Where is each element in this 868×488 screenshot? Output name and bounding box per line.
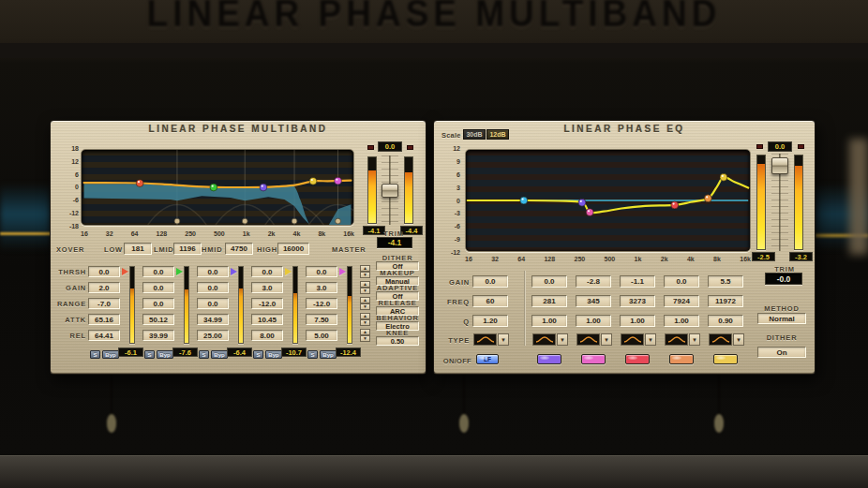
- fader-handle[interactable]: [771, 157, 788, 174]
- mb-band3-thresh-arrow[interactable]: [231, 268, 237, 275]
- mb-band4-thresh-arrow[interactable]: [285, 268, 292, 275]
- eq-band4-onoff-button[interactable]: [625, 354, 650, 364]
- mb-band2-meter-fader[interactable]: [184, 266, 189, 344]
- eq-band1-freq[interactable]: 60: [472, 295, 508, 307]
- mb-band4-solo-button[interactable]: S: [253, 350, 263, 359]
- eq-band2-gain[interactable]: 0.0: [531, 275, 567, 288]
- method-button[interactable]: Normal: [757, 313, 806, 324]
- mb-band1-meter-fader[interactable]: [129, 266, 135, 344]
- mb-trim-value[interactable]: -4.1: [377, 237, 412, 248]
- eq-band3-type-dropdown[interactable]: ▼: [601, 333, 612, 346]
- eq-band5-type-dropdown[interactable]: ▼: [689, 333, 700, 346]
- attk-stepper[interactable]: ▲▼: [360, 313, 370, 326]
- eq-band1-onoff-button[interactable]: LF: [476, 354, 499, 364]
- mb-band1-rel[interactable]: 64.41: [88, 330, 120, 341]
- eq-band6-q[interactable]: 0.90: [708, 315, 743, 327]
- mb-band5-solo-button[interactable]: S: [307, 350, 318, 359]
- mb-band5-meter-fader[interactable]: [347, 266, 352, 344]
- eq-band2-freq[interactable]: 281: [531, 295, 567, 307]
- eq-band3-freq[interactable]: 345: [576, 295, 611, 307]
- eq-band5-freq[interactable]: 7924: [664, 295, 699, 307]
- mb-band4-bypass-button[interactable]: Byp: [265, 350, 282, 359]
- mb-band4-rel[interactable]: 8.00: [251, 330, 283, 341]
- eq-band4-type-display[interactable]: [621, 333, 644, 346]
- clip-led[interactable]: [407, 145, 413, 150]
- scale-12db-button[interactable]: 12dB: [486, 129, 509, 140]
- mb-band2-bypass-button[interactable]: Byp: [157, 350, 173, 359]
- mb-band1-attk[interactable]: 65.16: [88, 314, 120, 325]
- mb-band2-range[interactable]: 0.0: [142, 298, 174, 309]
- eq-band4-type-dropdown[interactable]: ▼: [645, 333, 656, 346]
- clip-led[interactable]: [756, 144, 763, 149]
- gain-stepper[interactable]: ▲▼: [360, 281, 370, 294]
- mb-band4-thrsh[interactable]: 0.0: [251, 266, 283, 277]
- fader-handle[interactable]: [382, 184, 398, 198]
- mb-band5-rel[interactable]: 5.00: [306, 330, 337, 341]
- eq-band6-gain[interactable]: 5.5: [708, 275, 743, 288]
- mb-band2-solo-button[interactable]: S: [144, 350, 155, 359]
- mb-band4-attk[interactable]: 10.45: [251, 314, 283, 325]
- arrow-down-icon[interactable]: ▼: [360, 319, 370, 326]
- mb-band4-meter-fader[interactable]: [292, 266, 298, 344]
- eq-band6-onoff-button[interactable]: [713, 354, 738, 364]
- knee-value[interactable]: 0.50: [376, 336, 419, 346]
- mb-band4-range[interactable]: -12.0: [251, 298, 283, 309]
- arrow-down-icon[interactable]: ▼: [360, 335, 370, 342]
- scale-30db-button[interactable]: 30dB: [463, 129, 486, 140]
- eq-band2-onoff-button[interactable]: [537, 354, 561, 364]
- eq-trim-value[interactable]: -0.0: [765, 273, 802, 285]
- eq-band1-type-display[interactable]: [473, 333, 497, 346]
- mb-band3-rel[interactable]: 25.00: [197, 330, 229, 341]
- xover-low-value[interactable]: 181: [124, 243, 152, 255]
- mb-band5-gain[interactable]: 3.0: [306, 282, 337, 293]
- mb-band2-attk[interactable]: 50.12: [142, 314, 174, 325]
- mb-band3-gain[interactable]: 0.0: [197, 282, 229, 293]
- eq-band5-type-display[interactable]: [665, 333, 688, 346]
- mb-band2-gain[interactable]: 0.0: [142, 282, 174, 293]
- eq-band1-gain[interactable]: 0.0: [472, 275, 508, 288]
- eq-band4-freq[interactable]: 3273: [620, 295, 655, 307]
- mb-band5-range[interactable]: -12.0: [306, 298, 337, 309]
- rel-stepper[interactable]: ▲▼: [360, 329, 370, 342]
- eq-band4-gain[interactable]: -1.1: [620, 275, 655, 288]
- mb-band2-thresh-arrow[interactable]: [176, 268, 183, 275]
- arrow-down-icon[interactable]: ▼: [360, 303, 370, 310]
- arrow-up-icon[interactable]: ▲: [360, 329, 370, 335]
- eq-band3-gain[interactable]: -2.8: [576, 275, 611, 288]
- mb-band5-thrsh[interactable]: 0.0: [306, 266, 337, 277]
- mb-band3-meter-fader[interactable]: [238, 266, 244, 344]
- mb-band1-gain[interactable]: 2.0: [88, 282, 120, 293]
- eq-band2-type-dropdown[interactable]: ▼: [557, 333, 568, 346]
- mb-band4-gain[interactable]: 3.0: [251, 282, 283, 293]
- eq-graph[interactable]: [465, 149, 751, 252]
- eq-band2-type-display[interactable]: [532, 333, 556, 346]
- xover-high-value[interactable]: 16000: [277, 243, 309, 255]
- arrow-up-icon[interactable]: ▲: [360, 265, 370, 272]
- mb-band1-thresh-arrow[interactable]: [122, 268, 128, 275]
- eq-band1-q[interactable]: 1.20: [472, 315, 508, 327]
- xover-lmid-value[interactable]: 1196: [173, 243, 202, 255]
- dither-button[interactable]: On: [757, 347, 806, 358]
- mb-band2-thrsh[interactable]: 0.0: [142, 266, 174, 277]
- eq-master-fader[interactable]: [771, 154, 788, 251]
- mb-band5-bypass-button[interactable]: Byp: [320, 350, 337, 359]
- eq-band6-freq[interactable]: 11972: [708, 295, 743, 307]
- eq-band3-onoff-button[interactable]: [581, 354, 606, 364]
- clip-led[interactable]: [798, 144, 804, 149]
- eq-band6-type-dropdown[interactable]: ▼: [733, 333, 744, 346]
- eq-band5-onoff-button[interactable]: [669, 354, 694, 364]
- arrow-up-icon[interactable]: ▲: [360, 297, 370, 303]
- eq-band4-q[interactable]: 1.00: [620, 315, 655, 327]
- eq-band3-q[interactable]: 1.00: [576, 315, 611, 327]
- eq-band6-type-display[interactable]: [709, 333, 732, 346]
- mb-band3-thrsh[interactable]: 0.0: [197, 266, 229, 277]
- mb-band3-attk[interactable]: 34.99: [197, 314, 229, 325]
- mb-band3-solo-button[interactable]: S: [199, 350, 209, 359]
- arrow-up-icon[interactable]: ▲: [360, 313, 370, 319]
- mb-band1-bypass-button[interactable]: Byp: [102, 350, 119, 359]
- arrow-down-icon[interactable]: ▼: [360, 288, 370, 294]
- mb-band1-solo-button[interactable]: S: [90, 350, 100, 359]
- arrow-up-icon[interactable]: ▲: [360, 281, 370, 288]
- xover-hmid-value[interactable]: 4750: [225, 243, 253, 255]
- eq-band5-gain[interactable]: 0.0: [664, 275, 699, 288]
